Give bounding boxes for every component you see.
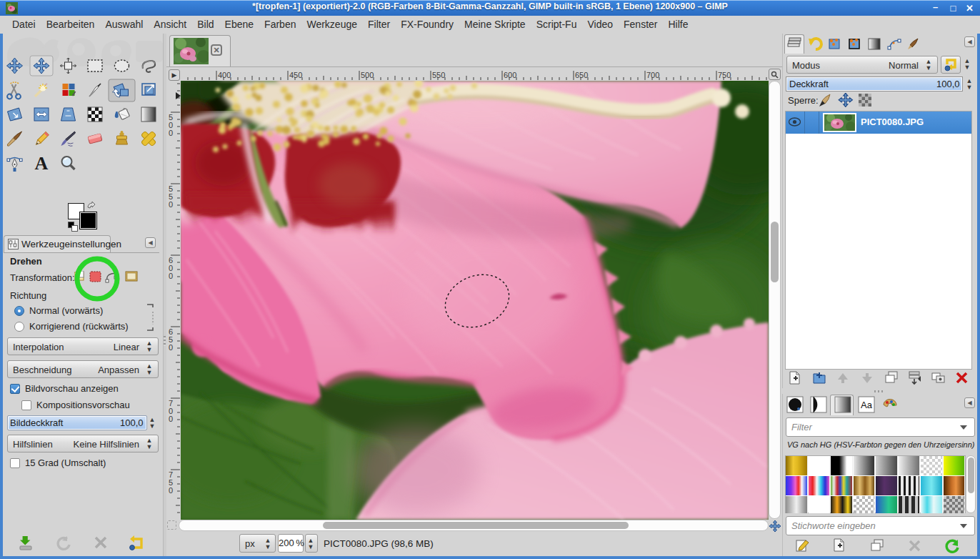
svg-text:450: 450 <box>289 71 302 79</box>
svg-text:A: A <box>35 153 49 174</box>
svg-text:700: 700 <box>646 71 659 79</box>
svg-text:0: 0 <box>169 129 173 137</box>
svg-text:0: 0 <box>169 272 173 280</box>
svg-text:Aa: Aa <box>861 400 873 410</box>
svg-text:0: 0 <box>169 200 173 209</box>
svg-text:500: 500 <box>361 71 374 79</box>
svg-text:400: 400 <box>218 71 231 79</box>
svg-text:0: 0 <box>169 343 173 352</box>
svg-text:0: 0 <box>169 415 173 423</box>
svg-text:650: 650 <box>575 71 588 79</box>
svg-text:550: 550 <box>432 71 445 79</box>
svg-text:600: 600 <box>504 71 516 79</box>
svg-text:0: 0 <box>169 486 173 495</box>
svg-text:750: 750 <box>718 71 731 79</box>
